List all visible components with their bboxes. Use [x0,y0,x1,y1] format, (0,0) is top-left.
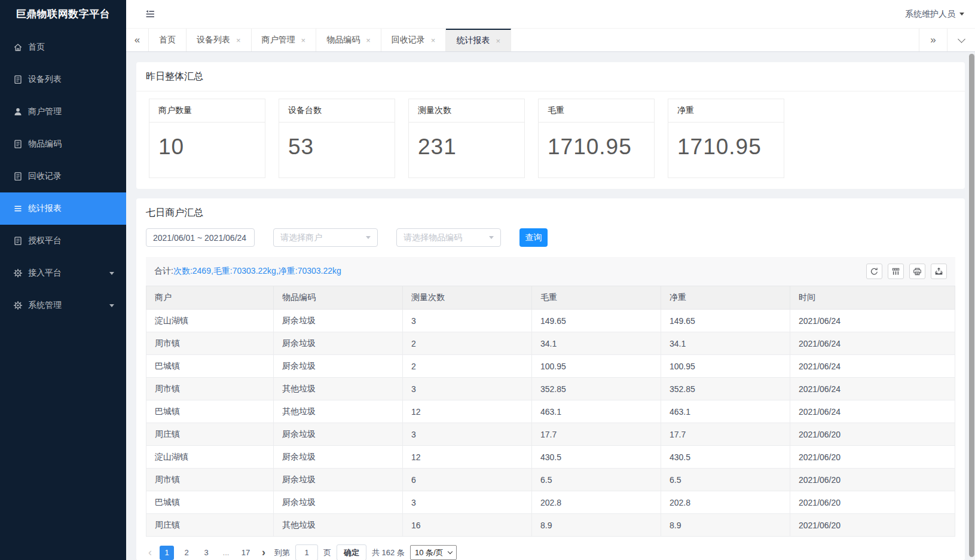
refresh-button[interactable] [866,264,882,279]
column-header: 物品编码 [274,286,403,310]
tab-item-code[interactable]: 物品编码 × [316,29,381,51]
yesterday-summary-panel: 昨日整体汇总 商户数量 10 设备台数 53 测量次数 231 毛重 1710.… [136,62,965,189]
close-icon[interactable]: × [236,36,241,44]
app-brand: 巨鼎物联网数字平台 [0,0,126,29]
stat-value: 10 [149,123,265,178]
sidebar-item-merchant-mgmt[interactable]: 商户管理 [0,96,126,128]
date-range-input[interactable] [146,228,255,247]
table-cell: 巴城镇 [146,400,274,423]
table-cell: 3 [403,310,532,332]
tabs-scroll-right-button[interactable]: » [919,29,947,51]
scrollbar-thumb[interactable] [969,54,974,557]
sidebar-item-statistics-report[interactable]: 统计报表 [0,192,126,225]
gear-icon [13,268,23,278]
export-button[interactable] [931,264,947,279]
table-cell: 淀山湖镇 [146,310,274,332]
tab-merchant-mgmt[interactable]: 商户管理 × [252,29,317,51]
stat-card-net-weight: 净重 1710.95 [668,99,784,178]
sidebar-item-label: 系统管理 [28,300,62,311]
table-cell: 巴城镇 [146,491,274,514]
table-cell: 周市镇 [146,378,274,400]
tab-statistics-report[interactable]: 统计报表 × [446,29,511,51]
table-cell: 2021/06/20 [790,491,955,514]
sidebar-item-item-code[interactable]: 物品编码 [0,128,126,160]
stat-cards: 商户数量 10 设备台数 53 测量次数 231 毛重 1710.95 净重 [136,91,965,189]
table-cell: 厨余垃圾 [274,310,403,332]
sidebar-item-access-platform[interactable]: 接入平台 [0,257,126,289]
close-icon[interactable]: × [496,37,500,45]
page-number-2[interactable]: 2 [179,546,194,560]
tab-device-list[interactable]: 设备列表 × [187,29,252,51]
page-number-3[interactable]: 3 [199,546,213,560]
column-header: 商户 [146,286,274,310]
stat-value: 1710.95 [539,123,654,178]
chevron-down-icon [447,549,452,554]
sidebar-item-recycle-records[interactable]: 回收记录 [0,160,126,192]
page-size-select[interactable]: 10 条/页 [410,545,457,560]
sidebar-collapse-icon[interactable] [144,9,156,19]
next-page-button[interactable]: › [258,546,269,559]
totals-summary: 合计:次数:2469,毛重:70303.22kg,净重:70303.22kg [154,266,341,277]
printer-icon [913,267,922,276]
table-cell: 352.85 [532,378,661,400]
goto-confirm-button[interactable]: 确定 [337,544,366,560]
stat-label: 测量次数 [409,99,524,123]
export-icon [934,267,943,276]
page-number-17[interactable]: 17 [239,546,253,560]
sidebar-item-device-list[interactable]: 设备列表 [0,63,126,96]
filter-bar: 请选择商户 请选择物品编码 查询 [136,227,965,257]
table-cell: 463.1 [532,400,661,423]
table-cell: 100.95 [661,355,790,378]
sidebar-item-label: 物品编码 [28,139,62,149]
column-header: 测量次数 [403,286,532,310]
table-row: 淀山湖镇 厨余垃圾 3 149.65 149.65 2021/06/24 [146,310,955,332]
sidebar-item-home[interactable]: 首页 [0,31,126,63]
stat-card-merchant-count: 商户数量 10 [149,99,265,178]
tabs-menu-button[interactable] [947,29,975,51]
print-button[interactable] [909,264,925,279]
close-icon[interactable]: × [431,36,436,44]
table-cell: 352.85 [661,378,790,400]
table-tools [866,264,947,279]
table-toolbar: 合计:次数:2469,毛重:70303.22kg,净重:70303.22kg [146,257,955,286]
close-icon[interactable]: × [301,36,306,44]
tab-home[interactable]: 首页 [149,29,187,51]
close-icon[interactable]: × [366,36,371,44]
tabs-scroll-left-button[interactable]: « [126,29,149,51]
sidebar-item-auth-platform[interactable]: 授权平台 [0,225,126,257]
sidebar-item-label: 回收记录 [28,171,62,182]
tab-label: 首页 [159,35,176,45]
page-number-1[interactable]: 1 [160,546,174,560]
main-area: 系统维护人员 « 首页 设备列表 × 商户管理 × 物品编码 × 回收记录 × … [126,0,975,560]
user-menu[interactable]: 系统维护人员 [905,9,964,20]
double-chevron-right-icon: » [930,34,936,46]
table-cell: 淀山湖镇 [146,446,274,469]
document-icon [13,139,23,149]
tab-bar-controls: » [919,29,975,51]
refresh-icon [870,267,879,276]
table-cell: 149.65 [532,310,661,332]
sidebar-item-system-mgmt[interactable]: 系统管理 [0,289,126,322]
user-icon [13,107,23,117]
merchant-select[interactable]: 请选择商户 [273,228,378,247]
double-chevron-left-icon: « [135,34,140,46]
table-cell: 厨余垃圾 [274,491,403,514]
item-code-select[interactable]: 请选择物品编码 [396,228,501,247]
prev-page-button[interactable]: ‹ [146,546,154,559]
total-count-label: 共 162 条 [372,547,405,558]
table-cell: 厨余垃圾 [274,355,403,378]
sidebar-menu: 首页 设备列表 商户管理 物品编码 回收记录 统计报表 授权平台 接入平台 [0,31,126,322]
weekly-merchant-panel: 七日商户汇总 请选择商户 请选择物品编码 查询 合计:次数:2469,毛重:70… [136,198,965,560]
sidebar-item-label: 接入平台 [28,268,62,279]
goto-page-input[interactable] [295,544,318,560]
column-settings-button[interactable] [888,264,904,279]
document-icon [13,75,23,84]
sidebar-item-label: 首页 [28,42,45,53]
table-cell: 430.5 [532,446,661,469]
table-cell: 厨余垃圾 [274,469,403,491]
table-cell: 6.5 [532,469,661,491]
tab-recycle-records[interactable]: 回收记录 × [381,29,447,51]
search-button[interactable]: 查询 [519,228,548,247]
table-cell: 周市镇 [146,469,274,491]
sidebar-item-label: 商户管理 [28,106,62,117]
